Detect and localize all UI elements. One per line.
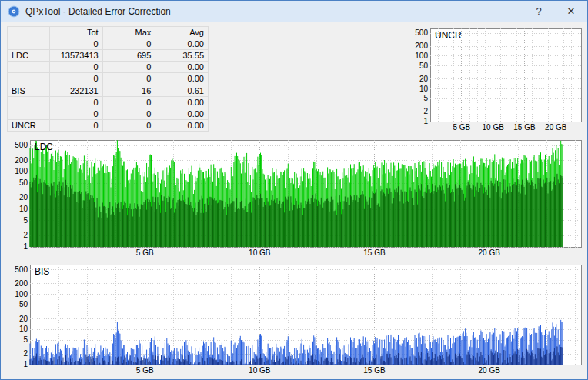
stats-cell: 0.00 [155, 73, 209, 85]
x-tick-label: 20 GB [479, 366, 501, 375]
y-tick-label: 100 [15, 290, 28, 298]
y-tick-label: 1 [423, 117, 428, 125]
y-tick-label: 5 [423, 94, 428, 102]
y-tick-label: 100 [15, 167, 28, 175]
stats-cell: 35.55 [155, 50, 209, 62]
stats-row: 000.00 [8, 108, 209, 119]
stats-cell: 0.00 [155, 108, 209, 119]
stats-cell: 0 [102, 73, 155, 85]
stats-cell: 0.61 [155, 85, 209, 96]
stats-row: LDC1357341369535.55 [8, 50, 209, 62]
y-tick-label: 1 [23, 242, 28, 251]
y-tick-label: 2 [23, 231, 28, 239]
x-tick-label: 15 GB [513, 123, 536, 132]
ldc-chart: 5002001005020105215 GB10 GB15 GB20 GBLDC [7, 137, 584, 258]
app-window: QPxTool - Detailed Error Correction ? ✕ … [0, 0, 588, 380]
stats-cell: 13573413 [50, 50, 103, 62]
stats-cell: 0 [102, 96, 155, 108]
y-tick-label: 50 [19, 178, 28, 187]
bis-chart-panel: 5002001005020105215 GB10 GB15 GB20 GBBIS [7, 262, 584, 376]
stats-cell [8, 73, 50, 85]
uncr-chart-panel: 5002001005020105215 GB10 GB15 GB20 GBUNC… [407, 25, 584, 133]
stats-cell: 0.00 [155, 62, 209, 73]
stats-header-avg: Avg [155, 27, 209, 38]
stats-header-max: Max [102, 27, 155, 38]
y-tick-label: 10 [419, 85, 429, 93]
y-tick-label: 500 [15, 141, 28, 149]
chart-title: BIS [35, 266, 49, 277]
stats-row: 000.00 [8, 96, 209, 108]
x-tick-label: 10 GB [249, 366, 271, 375]
x-tick-label: 20 GB [545, 123, 567, 132]
stats-cell: 0 [50, 62, 103, 73]
stats-row: 000.00 [8, 73, 209, 85]
ldc-chart-panel: 5002001005020105215 GB10 GB15 GB20 GBLDC [7, 137, 584, 258]
error-stats-panel: TotMaxAvg000.00LDC1357341369535.55000.00… [7, 26, 209, 132]
stats-table: TotMaxAvg000.00LDC1357341369535.55000.00… [7, 26, 209, 132]
y-tick-label: 5 [23, 216, 28, 225]
y-tick-label: 1 [23, 360, 28, 368]
bis-chart: 5002001005020105215 GB10 GB15 GB20 GBBIS [7, 262, 584, 376]
chart-title: UNCR [435, 30, 462, 41]
stats-cell: 0 [50, 96, 103, 108]
stats-cell: 0.00 [155, 38, 209, 50]
y-tick-label: 50 [419, 62, 429, 70]
stats-cell: 0 [102, 62, 155, 73]
y-tick-label: 200 [15, 279, 28, 288]
y-tick-label: 100 [415, 52, 428, 60]
stats-row: 000.00 [8, 62, 209, 73]
stats-cell [8, 108, 50, 119]
stats-cell: 695 [102, 50, 155, 62]
y-tick-label: 500 [15, 265, 28, 274]
y-tick-label: 20 [19, 315, 28, 323]
stats-cell: 0 [102, 108, 155, 119]
stats-cell: 0 [50, 108, 103, 119]
y-tick-label: 5 [23, 335, 28, 344]
y-tick-label: 10 [19, 205, 28, 213]
stats-cell: 0 [50, 38, 103, 50]
stats-cell: BIS [8, 85, 50, 96]
x-tick-label: 20 GB [479, 248, 501, 257]
stats-cell [8, 96, 50, 108]
stats-cell: 0 [102, 119, 155, 131]
x-tick-label: 10 GB [483, 123, 505, 132]
chart-title: LDC [35, 142, 53, 152]
stats-cell: LDC [8, 50, 50, 62]
stats-row: UNCR000.00 [8, 119, 209, 131]
app-icon [8, 5, 20, 18]
y-tick-label: 10 [19, 325, 28, 333]
stats-cell [8, 62, 50, 73]
uncr-chart: 5002001005020105215 GB10 GB15 GB20 GBUNC… [407, 25, 584, 133]
x-tick-label: 5 GB [453, 123, 470, 132]
window-title: QPxTool - Detailed Error Correction [25, 6, 171, 17]
stats-row: 000.00 [8, 38, 209, 50]
x-tick-label: 10 GB [249, 248, 271, 257]
stats-row: BIS232131160.61 [8, 85, 209, 96]
stats-header-tot: Tot [50, 27, 103, 38]
x-tick-label: 15 GB [363, 248, 386, 257]
titlebar[interactable]: QPxTool - Detailed Error Correction ? ✕ [1, 1, 587, 22]
stats-cell: 16 [102, 85, 155, 96]
y-tick-label: 20 [419, 75, 429, 83]
stats-corner-cell [8, 27, 50, 38]
stats-cell: 0 [50, 119, 103, 131]
stats-cell: 0.00 [155, 96, 209, 108]
close-button[interactable]: ✕ [555, 1, 587, 22]
y-tick-label: 50 [19, 300, 28, 308]
stats-cell: 0 [102, 38, 155, 50]
y-tick-label: 20 [19, 193, 28, 202]
stats-cell: UNCR [8, 119, 50, 131]
y-tick-label: 2 [23, 349, 28, 358]
stats-cell: 232131 [50, 85, 103, 96]
y-tick-label: 2 [423, 107, 428, 115]
help-button[interactable]: ? [523, 1, 555, 22]
y-tick-label: 200 [415, 42, 428, 50]
stats-cell: 0.00 [155, 119, 209, 131]
x-tick-label: 15 GB [363, 366, 386, 375]
stats-cell: 0 [50, 73, 103, 85]
y-tick-label: 200 [15, 156, 28, 165]
x-tick-label: 5 GB [136, 366, 154, 375]
stats-cell [8, 38, 50, 50]
x-tick-label: 5 GB [136, 248, 154, 257]
y-tick-label: 500 [415, 28, 428, 37]
